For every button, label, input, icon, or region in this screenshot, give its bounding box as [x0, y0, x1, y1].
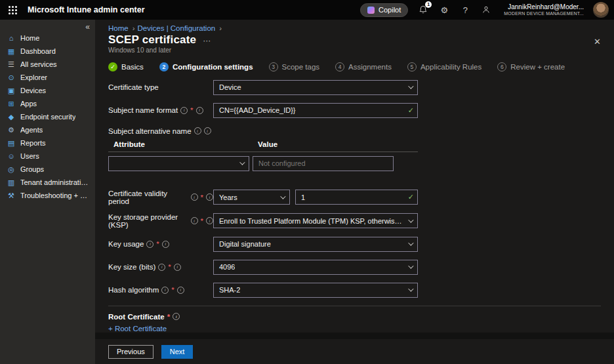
settings-gear-icon[interactable]: ⚙: [438, 4, 450, 16]
sidebar-item-reports[interactable]: ▤Reports: [0, 136, 95, 150]
wizard-step-review-create[interactable]: 6Review + create: [497, 62, 565, 71]
step-number: 4: [335, 62, 344, 71]
key-usage-label: Key usage: [108, 240, 144, 248]
account-menu[interactable]: JannikReinhard@Moder... MODERN DEVICE MA…: [504, 3, 584, 16]
required-asterisk: [201, 217, 203, 225]
info-icon[interactable]: [162, 241, 169, 248]
feedback-icon[interactable]: [480, 4, 492, 16]
previous-button[interactable]: Previous: [108, 345, 154, 359]
subject-name-format-input[interactable]: [213, 103, 418, 118]
sidebar-item-label: Reports: [20, 139, 46, 147]
sidebar-collapse-icon[interactable]: «: [0, 22, 95, 31]
notifications-bell-icon[interactable]: 1: [417, 4, 429, 16]
info-icon[interactable]: [180, 107, 188, 114]
sidebar-item-endpoint-security[interactable]: ◆Endpoint security: [0, 110, 95, 123]
sidebar-item-agents[interactable]: ⚙Agents: [0, 123, 95, 136]
sidebar-item-label: Users: [20, 152, 39, 160]
chevron-down-icon: [239, 160, 245, 165]
sidebar-item-devices[interactable]: ▣Devices: [0, 84, 95, 97]
wizard-step-scope-tags[interactable]: 3Scope tags: [269, 62, 320, 71]
notification-badge: 1: [425, 1, 432, 8]
info-icon[interactable]: [173, 313, 180, 320]
wizard-steps: ✓Basics2Configuration settings3Scope tag…: [108, 62, 601, 72]
key-size-dropdown[interactable]: 4096: [213, 260, 418, 275]
wizard-step-label: Applicability Rules: [420, 63, 481, 71]
agents-icon: ⚙: [7, 126, 16, 134]
info-icon[interactable]: [146, 241, 154, 248]
info-icon[interactable]: [206, 217, 213, 224]
sidebar-item-all-services[interactable]: ☰All services: [0, 58, 95, 71]
hash-algorithm-dropdown[interactable]: SHA-2: [213, 283, 418, 298]
sidebar-item-users[interactable]: ☺Users: [0, 150, 95, 163]
info-icon[interactable]: [206, 193, 213, 201]
info-icon[interactable]: [196, 107, 203, 114]
root-certificate-label: Root Certificate: [108, 313, 165, 321]
subject-name-format-label: Subject name format: [108, 106, 178, 114]
wizard-step-assignments[interactable]: 4Assignments: [335, 62, 392, 71]
close-blade-button[interactable]: ✕: [594, 37, 601, 47]
wizard-step-configuration-settings[interactable]: 2Configuration settings: [159, 62, 253, 71]
help-icon[interactable]: ?: [459, 4, 471, 16]
san-attribute-dropdown[interactable]: [108, 156, 249, 171]
info-icon[interactable]: [177, 287, 184, 294]
copilot-button[interactable]: Copilot: [360, 3, 408, 17]
app-launcher-icon[interactable]: [5, 3, 20, 17]
sidebar-item-apps[interactable]: ⊞Apps: [0, 97, 95, 110]
wizard-step-applicability-rules[interactable]: 5Applicability Rules: [407, 62, 481, 71]
check-icon: ✓: [108, 62, 117, 71]
chevron-down-icon: [408, 84, 413, 89]
more-actions-icon[interactable]: ···: [203, 36, 211, 45]
subject-alternative-name-label: Subject alternative name: [108, 127, 192, 135]
breadcrumb-home[interactable]: Home: [108, 24, 135, 32]
wizard-step-label: Scope tags: [282, 63, 320, 71]
ksp-dropdown[interactable]: Enroll to Trusted Platform Module (TPM) …: [213, 213, 418, 228]
sidebar-item-label: Tenant administration: [20, 178, 89, 186]
certificate-validity-period-label: Certificate validity period: [108, 190, 188, 205]
wizard-step-basics[interactable]: ✓Basics: [108, 62, 144, 71]
tenant-icon: ▥: [7, 178, 16, 187]
validity-unit-dropdown[interactable]: Years: [213, 190, 290, 205]
sidebar-item-label: Troubleshooting + support: [20, 192, 89, 199]
info-icon[interactable]: [158, 264, 165, 271]
sidebar-item-label: Groups: [20, 165, 44, 173]
add-root-certificate-link[interactable]: + Root Certificate: [108, 325, 167, 333]
chevron-down-icon: [408, 264, 413, 269]
required-asterisk: [190, 106, 193, 114]
info-icon[interactable]: [204, 127, 211, 134]
sidebar-item-groups[interactable]: ◎Groups: [0, 163, 95, 176]
info-icon[interactable]: [194, 127, 201, 134]
certificate-type-dropdown[interactable]: Device: [213, 80, 418, 95]
scep-certificate-blade: Home Devices | Configuration ✕ SCEP cert…: [95, 20, 614, 364]
wizard-step-label: Assignments: [348, 63, 392, 71]
validity-amount-input[interactable]: [295, 190, 418, 205]
info-icon[interactable]: [191, 193, 198, 201]
sidebar-item-explorer[interactable]: ⊙Explorer: [0, 71, 95, 84]
field-subject-name-format: Subject name format ✓: [108, 103, 601, 118]
breadcrumb-devices-configuration[interactable]: Devices | Configuration: [138, 24, 222, 32]
apps-icon: ⊞: [7, 100, 16, 108]
sidebar-item-home[interactable]: ⌂Home: [0, 31, 95, 45]
sidebar-item-troubleshooting-support[interactable]: ⚒Troubleshooting + support: [0, 189, 95, 202]
required-asterisk: [171, 286, 174, 294]
field-key-storage-provider: Key storage provider (KSP) Enroll to Tru…: [108, 213, 601, 229]
san-table-row: [108, 156, 418, 171]
devices-icon: ▣: [7, 87, 16, 95]
chevron-down-icon: [408, 217, 413, 222]
avatar[interactable]: [593, 2, 609, 18]
san-value-input[interactable]: [253, 156, 394, 171]
info-icon[interactable]: [191, 217, 198, 224]
next-button[interactable]: Next: [161, 345, 194, 359]
page-title: SCEP certificate: [108, 33, 196, 47]
ksp-label: Key storage provider (KSP): [108, 213, 188, 229]
sidebar-item-label: Dashboard: [20, 47, 56, 55]
wizard-footer: Previous Next: [95, 339, 614, 364]
key-usage-dropdown[interactable]: Digital signature: [213, 237, 418, 252]
dashboard-icon: ▦: [7, 47, 16, 56]
top-bar: Microsoft Intune admin center Copilot 1 …: [0, 0, 614, 20]
sidebar-item-label: Endpoint security: [20, 113, 75, 121]
info-icon[interactable]: [161, 287, 169, 294]
sidebar-item-tenant-administration[interactable]: ▥Tenant administration: [0, 176, 95, 189]
info-icon[interactable]: [174, 264, 181, 271]
configuration-settings-form: Certificate type Device Subject name for…: [95, 80, 614, 333]
sidebar-item-dashboard[interactable]: ▦Dashboard: [0, 45, 95, 58]
